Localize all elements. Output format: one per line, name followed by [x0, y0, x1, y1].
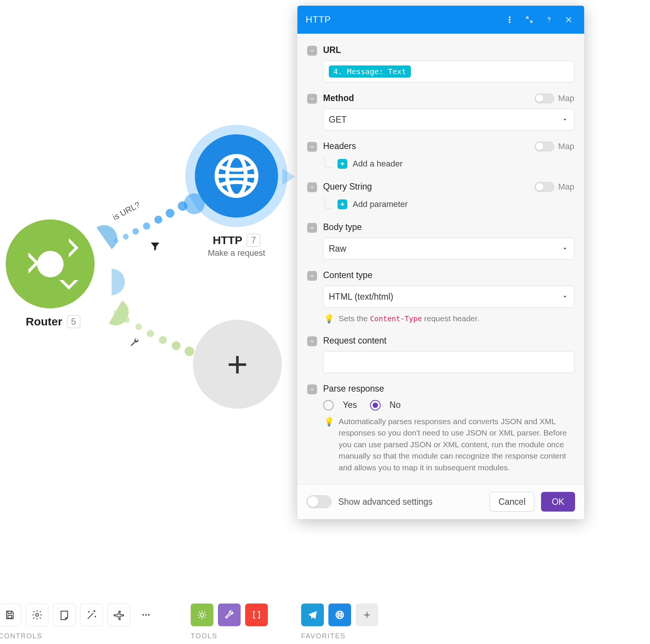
add-header-button[interactable]: +	[337, 159, 347, 169]
tools-brackets-icon[interactable]	[245, 604, 268, 626]
toolbar-favorites: FAVORITES	[301, 604, 378, 640]
svg-rect-7	[8, 615, 12, 618]
tools-gear-icon[interactable]	[191, 604, 213, 626]
favorite-http-icon[interactable]	[328, 604, 351, 626]
panel-header: HTTP	[297, 6, 584, 34]
svg-point-11	[148, 614, 150, 616]
collapse-toggle-url[interactable]	[307, 46, 317, 56]
toolbar-controls: CONTROLS	[0, 604, 157, 640]
headers-label: Headers	[323, 141, 356, 151]
controls-label: CONTROLS	[0, 632, 157, 640]
chevron-down-icon	[561, 245, 569, 252]
method-select[interactable]: GET	[323, 109, 574, 131]
magic-wand-icon[interactable]	[80, 604, 103, 626]
http-node-title: HTTP	[213, 234, 242, 247]
panel-title: HTTP	[306, 14, 331, 25]
add-parameter-label: Add parameter	[353, 199, 408, 209]
svg-point-10	[145, 614, 147, 616]
collapse-toggle-parse[interactable]	[307, 384, 317, 394]
svg-point-3	[509, 17, 510, 18]
filter-icon[interactable]	[149, 241, 161, 252]
svg-point-5	[509, 22, 510, 23]
router-title: Router	[26, 315, 62, 328]
panel-footer: Show advanced settings Cancel OK	[297, 484, 584, 519]
favorites-label: FAVORITES	[301, 632, 378, 640]
http-node-subtitle: Make a request	[185, 248, 288, 258]
plus-icon: +	[193, 320, 282, 409]
body-type-value: Raw	[329, 244, 346, 254]
url-input[interactable]: 4. Message: Text	[323, 61, 574, 82]
help-icon[interactable]	[542, 12, 556, 27]
http-node[interactable]: HTTP 7 Make a request	[185, 125, 288, 258]
advanced-settings-toggle[interactable]	[306, 495, 331, 508]
wrench-icon[interactable]	[129, 337, 140, 348]
router-badge: 5	[67, 315, 80, 328]
airplane-icon[interactable]	[107, 604, 130, 626]
add-parameter-button[interactable]: +	[337, 199, 347, 209]
method-value: GET	[329, 115, 347, 125]
svg-point-6	[549, 22, 549, 22]
toolbar-tools: TOOLS	[191, 604, 268, 640]
content-type-value: HTML (text/html)	[329, 292, 393, 302]
query-label: Query String	[323, 182, 372, 192]
router-node[interactable]: Router 5	[6, 219, 100, 314]
headers-map-toggle[interactable]	[535, 142, 554, 151]
svg-point-4	[509, 19, 510, 20]
collapse-toggle-bodytype[interactable]	[307, 223, 317, 233]
cancel-button[interactable]: Cancel	[490, 492, 534, 512]
content-type-hint: 💡 Sets the Content-Type request header.	[323, 313, 574, 325]
svg-point-12	[201, 613, 204, 617]
query-map-toggle[interactable]	[535, 182, 554, 192]
module-config-panel: HTTP URL 4. Message: Text	[297, 6, 584, 519]
collapse-toggle-contenttype[interactable]	[307, 271, 317, 281]
body-type-select[interactable]: Raw	[323, 238, 574, 260]
svg-point-8	[36, 613, 39, 616]
favorite-add-button[interactable]	[356, 604, 378, 626]
chevron-down-icon	[561, 116, 569, 123]
add-header-label: Add a header	[353, 159, 403, 169]
method-map-toggle[interactable]	[535, 93, 554, 103]
router-icon	[6, 219, 95, 308]
advanced-settings-label: Show advanced settings	[338, 497, 432, 507]
svg-point-9	[142, 614, 144, 616]
more-icon[interactable]	[502, 12, 517, 27]
url-label: URL	[323, 45, 574, 55]
http-node-badge: 7	[247, 234, 260, 247]
content-type-label: Content type	[323, 270, 574, 280]
map-label: Map	[558, 93, 574, 103]
edge-filter-label: is URL?	[111, 200, 142, 222]
method-label: Method	[323, 93, 354, 103]
route-port-mid	[98, 269, 125, 295]
close-icon[interactable]	[561, 12, 576, 27]
add-module-node[interactable]: +	[193, 320, 282, 409]
collapse-toggle-headers[interactable]	[307, 142, 317, 152]
bottom-toolbar: CONTROLS TOOLS	[0, 604, 650, 644]
tools-wrench-icon[interactable]	[218, 604, 241, 626]
favorite-telegram-icon[interactable]	[301, 604, 324, 626]
tree-line	[325, 157, 332, 168]
mapping-pill-message-text[interactable]: 4. Message: Text	[329, 65, 411, 78]
chevron-down-icon	[561, 293, 569, 300]
settings-icon[interactable]	[26, 604, 48, 626]
parse-hint: 💡 Automatically parses responses and con…	[323, 416, 574, 473]
lightbulb-icon: 💡	[324, 313, 334, 325]
request-content-label: Request content	[323, 336, 574, 346]
collapse-toggle-query[interactable]	[307, 182, 317, 192]
collapse-toggle-requestcontent[interactable]	[307, 336, 317, 346]
tools-label: TOOLS	[191, 632, 268, 640]
collapse-toggle-method[interactable]	[307, 94, 317, 104]
body-type-label: Body type	[323, 222, 574, 232]
save-icon[interactable]	[0, 604, 21, 626]
globe-icon	[195, 134, 278, 218]
note-icon[interactable]	[53, 604, 76, 626]
ok-button[interactable]: OK	[541, 492, 575, 512]
content-type-select[interactable]: HTML (text/html)	[323, 286, 574, 308]
request-content-input[interactable]	[323, 351, 574, 373]
lightbulb-icon: 💡	[324, 416, 334, 473]
expand-icon[interactable]	[522, 12, 536, 27]
more-controls-icon[interactable]	[135, 604, 157, 626]
parse-label: Parse response	[323, 384, 574, 394]
